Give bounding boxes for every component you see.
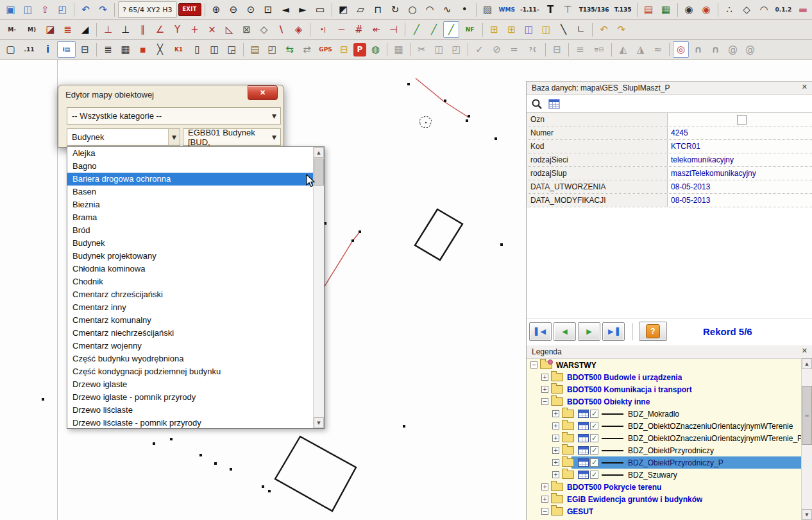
- chevron-down-icon[interactable]: ▼: [168, 129, 180, 145]
- attribute-row[interactable]: DATA_MODYFIKACJI 08-05-2013: [527, 194, 812, 207]
- draw-arc-button[interactable]: ◠: [422, 1, 438, 18]
- attribute-row[interactable]: Kod KTCR01: [527, 140, 812, 153]
- legend-scrollbar[interactable]: ▲ ≡ ▼: [801, 358, 812, 520]
- layer-visibility-checkbox[interactable]: [590, 434, 598, 442]
- paste-folder2-button[interactable]: ⊞: [503, 21, 520, 38]
- object-code-combobox[interactable]: EGBB01 Budynek [BUD, ▼: [183, 128, 281, 146]
- edit-segment-button[interactable]: ╱: [443, 21, 459, 38]
- layer-table-icon[interactable]: [578, 458, 589, 467]
- draw-polygon-button[interactable]: ▱: [353, 1, 369, 18]
- raster-button[interactable]: ▨: [480, 1, 496, 18]
- image-button[interactable]: ▦: [658, 1, 674, 18]
- snap-points-button[interactable]: ∴: [722, 1, 738, 18]
- split-button[interactable]: #: [351, 21, 367, 38]
- intersection-button[interactable]: ×: [204, 21, 220, 38]
- attribute-row[interactable]: Ozn: [527, 113, 812, 126]
- category-list-item[interactable]: Część kondygnacji podziemnej budynku: [67, 365, 313, 378]
- draw-circle-button[interactable]: ○: [405, 1, 421, 18]
- stamp-button[interactable]: @: [725, 41, 741, 58]
- expand-toggle-icon[interactable]: +: [541, 374, 548, 381]
- text-fraction-button[interactable]: T135/136: [577, 1, 611, 18]
- open-folder-button[interactable]: ⊟: [336, 41, 352, 58]
- print-report-button[interactable]: ≡⊟: [589, 41, 608, 58]
- report-button[interactable]: ≡: [572, 41, 588, 58]
- legend-tree-item[interactable]: + EGiB Ewidencja gruntów i budynków: [527, 493, 801, 505]
- value-checkbox[interactable]: [737, 115, 747, 125]
- line-styles-button[interactable]: ≣: [60, 21, 76, 38]
- layer-visibility-checkbox[interactable]: [590, 471, 598, 479]
- expand-toggle-icon[interactable]: +: [541, 483, 548, 490]
- point-insert-button[interactable]: •|: [314, 21, 332, 38]
- paste-button[interactable]: ◰: [448, 41, 464, 58]
- edit-line-point-button[interactable]: ╱: [426, 21, 442, 38]
- close-icon[interactable]: ✕: [802, 347, 808, 355]
- expand-toggle-icon[interactable]: −: [541, 398, 548, 405]
- legend-tree-item[interactable]: + BDZ_ObiektOZnaczeniuOrientacyjnymWTere…: [527, 420, 801, 432]
- scale-info-button[interactable]: ? 65/4 XY2 H3: [118, 1, 177, 18]
- hatch-diamond-button[interactable]: ◇: [256, 21, 272, 38]
- category-list-item[interactable]: Drzewo iglaste - pomnik przyrody: [67, 391, 313, 404]
- category-list-item[interactable]: Bariera drogowa ochronna: [67, 173, 313, 186]
- scroll-thumb[interactable]: ≡: [802, 386, 812, 445]
- copy-view-button[interactable]: ◰: [55, 1, 71, 18]
- prev-record-button[interactable]: ◀: [554, 322, 576, 341]
- rtf-button[interactable]: ▤: [641, 1, 657, 18]
- zoom-out-button[interactable]: ⊖: [226, 1, 242, 18]
- copy-button[interactable]: ◫: [431, 41, 447, 58]
- info-list-button[interactable]: i▤: [57, 41, 76, 58]
- scroll-track[interactable]: ≡: [802, 369, 812, 509]
- db-disconnect-button[interactable]: ⇄: [299, 41, 315, 58]
- erase-button[interactable]: ◫: [538, 21, 554, 38]
- category-list-item[interactable]: Drzewo liściaste: [67, 404, 313, 417]
- parallel-button[interactable]: ∥: [135, 21, 151, 38]
- raster-lock-button[interactable]: ◮: [632, 41, 648, 58]
- expand-toggle-icon[interactable]: +: [552, 410, 559, 417]
- segment-button[interactable]: −: [334, 21, 350, 38]
- expand-toggle-icon[interactable]: −: [541, 508, 548, 515]
- table-view-icon[interactable]: [547, 97, 561, 110]
- scroll-up-icon[interactable]: ▲: [314, 147, 324, 158]
- redo-edit-button[interactable]: ↷: [613, 21, 629, 38]
- category-list-item[interactable]: Cmentarz wojenny: [67, 340, 313, 352]
- draw-polyline-button[interactable]: ⊓: [370, 1, 386, 18]
- lock-button[interactable]: ∩: [690, 41, 706, 58]
- search-icon[interactable]: [530, 97, 543, 110]
- category-list-item[interactable]: Bagno: [67, 160, 313, 173]
- layer-visibility-checkbox[interactable]: [590, 458, 598, 467]
- undo-edit-button[interactable]: ↶: [596, 21, 612, 38]
- text-button[interactable]: T: [543, 1, 559, 18]
- raster-tools-button[interactable]: ◭: [615, 41, 631, 58]
- expand-toggle-icon[interactable]: +: [552, 459, 559, 466]
- category-list-item[interactable]: Chłodnia kominowa: [67, 263, 313, 275]
- marker-button[interactable]: P: [353, 43, 366, 56]
- zoom-window-button[interactable]: ⊡: [260, 1, 276, 18]
- dropdown-scrollbar[interactable]: ▲ ▼: [313, 147, 324, 428]
- rhombus-button[interactable]: ◇: [739, 1, 755, 18]
- attribute-row[interactable]: DATA_UTWORZENIA 08-05-2013: [527, 180, 812, 194]
- table-button[interactable]: ▦: [117, 41, 133, 58]
- legend-tree-item[interactable]: + BDZ_ObiektPrzyrodniczy_P: [527, 456, 801, 469]
- orthogonal-button[interactable]: +: [187, 21, 203, 38]
- category-list-item[interactable]: Budynek projektowany: [67, 250, 313, 263]
- pick-document-button[interactable]: ◲: [224, 41, 240, 58]
- import-view-button[interactable]: ⇧: [37, 1, 53, 18]
- edit-nf-button[interactable]: NF: [461, 21, 479, 38]
- symbol-button[interactable]: ◉: [681, 1, 697, 18]
- category-list-item[interactable]: Bród: [67, 224, 313, 237]
- document-button[interactable]: ▯: [189, 41, 205, 58]
- trim-button[interactable]: ⊣: [385, 21, 402, 38]
- info-button[interactable]: i: [40, 41, 56, 58]
- expand-toggle-icon[interactable]: +: [552, 422, 559, 429]
- legend-tree-item[interactable]: − BDOT500 Obiekty inne: [527, 395, 801, 408]
- close-icon[interactable]: ✕: [802, 83, 808, 91]
- layers-button[interactable]: ≣: [100, 41, 116, 58]
- hatch-cross-button[interactable]: ⊠: [239, 21, 255, 38]
- record-query-button[interactable]: ?: [639, 322, 667, 341]
- dimension-button[interactable]: -1.11-: [518, 1, 541, 18]
- scroll-down-icon[interactable]: ▼: [802, 509, 812, 520]
- next-record-button[interactable]: ▶: [578, 322, 600, 341]
- category-list-item[interactable]: Drzewo iglaste: [67, 378, 313, 391]
- mail-button[interactable]: @: [742, 41, 758, 58]
- numbering-button[interactable]: 0.1.2: [774, 1, 794, 18]
- validate-button[interactable]: ✓: [471, 41, 487, 58]
